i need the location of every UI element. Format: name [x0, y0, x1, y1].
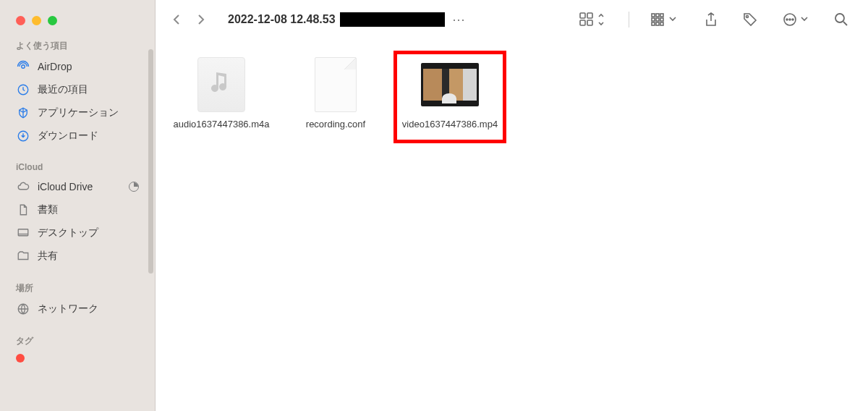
toolbar-right [576, 12, 851, 27]
svg-rect-5 [580, 13, 585, 18]
sidebar-item-label: AirDrop [38, 61, 72, 72]
apps-icon [16, 106, 30, 120]
sidebar-item-label: 書類 [38, 203, 58, 216]
sidebar-item-label: 最近の項目 [38, 83, 88, 96]
svg-point-18 [746, 16, 749, 18]
section-title-favorites: よく使う項目 [0, 35, 155, 55]
sidebar-item-icloud-drive[interactable]: iCloud Drive [0, 175, 155, 198]
cloud-icon [16, 179, 30, 194]
file-thumbnail [421, 57, 479, 112]
file-item-video[interactable]: video1637447386.mp4 [396, 53, 504, 141]
redacted-title-portion [340, 12, 445, 27]
sidebar-item-label: 共有 [38, 250, 58, 263]
svg-rect-8 [587, 20, 592, 25]
storage-indicator-icon [129, 182, 139, 192]
file-name: video1637447386.mp4 [402, 118, 498, 131]
sidebar-item-label: デスクトップ [38, 226, 98, 240]
file-item-audio[interactable]: audio1637447386.m4a [167, 53, 276, 135]
svg-point-21 [789, 19, 791, 20]
view-icons-button[interactable] [576, 12, 608, 27]
file-name: recording.conf [306, 118, 365, 131]
svg-rect-9 [652, 14, 655, 17]
svg-rect-6 [587, 13, 592, 18]
network-icon [16, 302, 30, 316]
clock-icon [16, 82, 30, 97]
sidebar-item-label: ネットワーク [38, 302, 98, 315]
shared-folder-icon [16, 249, 30, 263]
sidebar-item-desktop[interactable]: デスクトップ [0, 221, 155, 245]
svg-rect-11 [660, 14, 663, 17]
video-file-icon [421, 63, 479, 106]
main-area: 2022-12-08 12.48.53 ⋯ [156, 0, 868, 411]
back-button[interactable] [173, 14, 180, 25]
airdrop-icon [16, 59, 30, 74]
sidebar-item-label: iCloud Drive [38, 181, 93, 192]
svg-rect-17 [660, 22, 663, 25]
file-grid: audio1637447386.m4a recording.conf video… [156, 40, 868, 411]
sidebar-item-network[interactable]: ネットワーク [0, 297, 155, 321]
section-title-locations: 場所 [0, 278, 155, 297]
svg-rect-7 [580, 20, 585, 25]
svg-rect-15 [652, 22, 655, 25]
svg-point-22 [792, 19, 793, 20]
svg-rect-14 [660, 18, 663, 21]
action-menu-button[interactable] [780, 12, 812, 27]
share-button[interactable] [702, 12, 720, 27]
sidebar-item-airdrop[interactable]: AirDrop [0, 55, 155, 78]
desktop-icon [16, 226, 30, 240]
title-more-button[interactable]: ⋯ [452, 12, 465, 27]
title-area: 2022-12-08 12.48.53 ⋯ [228, 12, 465, 27]
svg-rect-3 [18, 229, 28, 236]
sidebar-section-tags: タグ [0, 321, 155, 370]
sidebar-section-locations: 場所 ネットワーク [0, 268, 155, 321]
section-title-icloud: iCloud [0, 158, 155, 175]
sidebar-section-icloud: iCloud iCloud Drive 書類 デスクトップ 共有 [0, 148, 155, 268]
svg-rect-10 [656, 14, 659, 17]
svg-point-0 [22, 65, 25, 69]
audio-file-icon [197, 57, 245, 112]
config-file-icon [315, 57, 357, 112]
nav-arrows [173, 14, 205, 25]
tag-dot-red [16, 354, 25, 363]
file-thumbnail [192, 57, 250, 112]
sidebar-item-recent[interactable]: 最近の項目 [0, 78, 155, 101]
sidebar-item-label: ダウンロード [38, 130, 98, 143]
sidebar-section-favorites: よく使う項目 AirDrop 最近の項目 アプリケーション ダウンロード [0, 25, 155, 148]
tag-button[interactable] [741, 12, 760, 27]
forward-button[interactable] [197, 14, 205, 25]
download-icon [16, 129, 30, 143]
sidebar-item-shared[interactable]: 共有 [0, 245, 155, 268]
scrollbar[interactable] [148, 49, 153, 274]
sidebar-item-documents[interactable]: 書類 [0, 198, 155, 221]
file-name: audio1637447386.m4a [173, 118, 269, 131]
toolbar-divider [629, 12, 629, 27]
search-button[interactable] [832, 12, 851, 27]
sidebar: よく使う項目 AirDrop 最近の項目 アプリケーション ダウンロード [0, 0, 156, 411]
file-item-conf[interactable]: recording.conf [281, 53, 390, 135]
document-icon [16, 203, 30, 217]
close-button[interactable] [16, 16, 25, 25]
toolbar: 2022-12-08 12.48.53 ⋯ [156, 0, 868, 40]
group-by-button[interactable] [650, 12, 681, 27]
svg-point-23 [835, 14, 844, 22]
svg-point-20 [786, 19, 788, 20]
sidebar-item-label: アプリケーション [38, 106, 119, 119]
sidebar-item-downloads[interactable]: ダウンロード [0, 124, 155, 148]
svg-rect-16 [656, 22, 659, 25]
window-title: 2022-12-08 12.48.53 [228, 13, 336, 26]
tag-item[interactable] [0, 350, 155, 366]
svg-rect-12 [652, 18, 655, 21]
maximize-button[interactable] [48, 16, 57, 25]
svg-rect-13 [656, 18, 659, 21]
minimize-button[interactable] [32, 16, 41, 25]
traffic-lights [0, 0, 155, 25]
sidebar-item-applications[interactable]: アプリケーション [0, 101, 155, 124]
file-thumbnail [307, 57, 365, 112]
section-title-tags: タグ [0, 331, 155, 350]
